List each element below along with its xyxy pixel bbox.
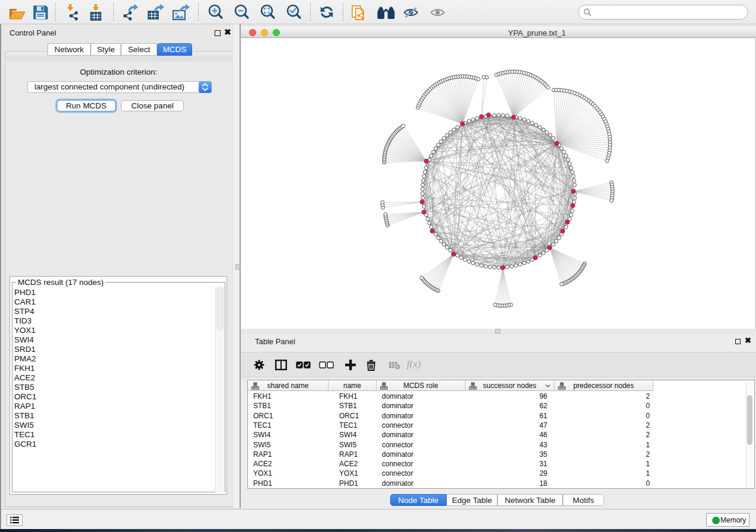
svg-text:f(x): f(x) bbox=[407, 358, 421, 370]
